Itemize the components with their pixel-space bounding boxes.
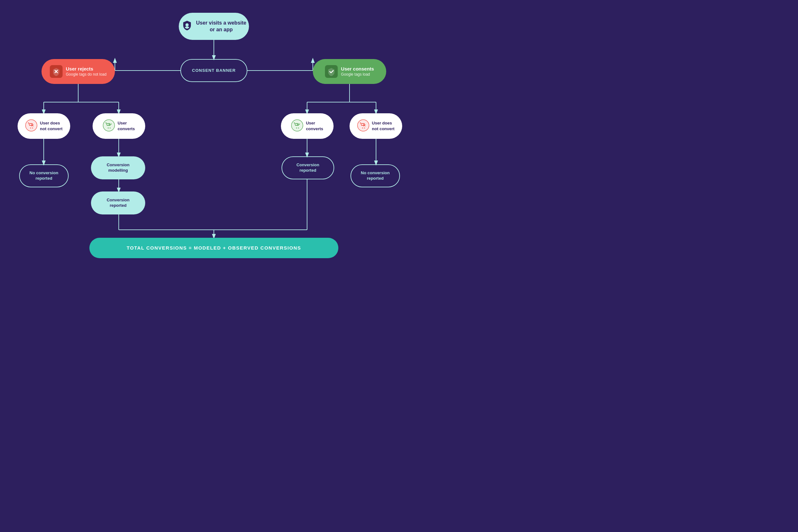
modelling-text: Conversion modelling (107, 163, 130, 173)
modelling-node: Conversion modelling (91, 156, 145, 179)
report-left-node: Conversion reported (91, 191, 145, 214)
converts-left-line2: converts (117, 126, 135, 131)
shield-icon (181, 20, 193, 33)
modelling-line1: Conversion (107, 163, 130, 167)
no-convert-right-line2: not convert (372, 126, 395, 131)
svg-point-32 (108, 127, 109, 128)
consents-icon (325, 65, 338, 78)
no-convert-right-node: User does not convert (349, 113, 402, 139)
cart-check-icon-right (291, 119, 303, 133)
total-node: TOTAL CONVERSIONS = MODELED + OBSERVED C… (89, 238, 338, 258)
no-convert-left-line2: not convert (40, 126, 62, 131)
top-node: User visits a website or an app (179, 13, 249, 40)
report-left-text: Conversion reported (107, 197, 130, 208)
consents-main: User consents (341, 66, 374, 72)
total-label: TOTAL CONVERSIONS = MODELED + OBSERVED C… (127, 245, 301, 251)
reject-icon (50, 65, 62, 78)
report-left-line1: Conversion (107, 197, 130, 202)
top-node-text: User visits a website or an app (196, 20, 246, 33)
converts-right-line1: User (306, 121, 315, 126)
no-report-left-text: No conversion reported (30, 170, 58, 181)
consent-banner-label: CONSENT BANNER (192, 68, 236, 73)
no-report-left-line2: reported (35, 176, 52, 180)
converts-right-node: User converts (281, 113, 334, 139)
svg-point-27 (30, 127, 31, 128)
no-report-right-text: No conversion reported (361, 170, 390, 181)
svg-point-35 (296, 127, 297, 128)
converts-left-text: User converts (117, 120, 135, 132)
no-report-right-node: No conversion reported (350, 164, 400, 187)
no-report-right-line2: reported (367, 176, 384, 180)
reject-sub: Google tags do not load (66, 72, 106, 77)
consents-node: User consents Google tags load (313, 59, 386, 84)
report-right-line2: reported (299, 168, 316, 173)
no-convert-right-text: User does not convert (372, 120, 395, 132)
top-line1: User visits a website (196, 20, 246, 25)
report-left-line2: reported (110, 203, 127, 208)
top-line2: or an app (210, 27, 233, 32)
consent-banner-node: CONSENT BANNER (180, 59, 247, 82)
consents-sub: Google tags load (341, 72, 370, 77)
consents-text: User consents Google tags load (341, 66, 374, 77)
report-right-node: Conversion reported (282, 156, 334, 179)
svg-point-28 (32, 127, 33, 128)
converts-left-node: User converts (93, 113, 145, 139)
cart-x-icon-right (357, 119, 369, 133)
reject-main: User rejects (66, 66, 93, 72)
converts-left-line1: User (117, 121, 127, 126)
no-report-left-node: No conversion reported (19, 164, 69, 187)
svg-point-33 (110, 127, 111, 128)
reject-node: User rejects Google tags do not load (41, 59, 115, 84)
svg-point-38 (362, 127, 363, 128)
report-right-line1: Conversion (297, 163, 320, 167)
converts-right-text: User converts (306, 120, 323, 132)
diagram: User visits a website or an app CONSENT … (0, 0, 428, 268)
no-convert-left-text: User does not convert (40, 120, 62, 132)
no-report-right-line1: No conversion (361, 170, 390, 175)
report-right-text: Conversion reported (297, 163, 320, 173)
no-convert-left-node: User does not convert (18, 113, 70, 139)
no-convert-left-line1: User does (40, 121, 60, 126)
no-convert-right-line1: User does (372, 121, 392, 126)
no-report-left-line1: No conversion (30, 170, 58, 175)
svg-point-36 (298, 127, 299, 128)
converts-right-line2: converts (306, 126, 323, 131)
modelling-line2: modelling (108, 168, 128, 173)
reject-text: User rejects Google tags do not load (66, 66, 106, 77)
cart-check-icon-left (103, 119, 115, 133)
cart-x-icon-left (25, 119, 37, 133)
svg-point-39 (364, 127, 365, 128)
svg-point-23 (186, 23, 189, 26)
